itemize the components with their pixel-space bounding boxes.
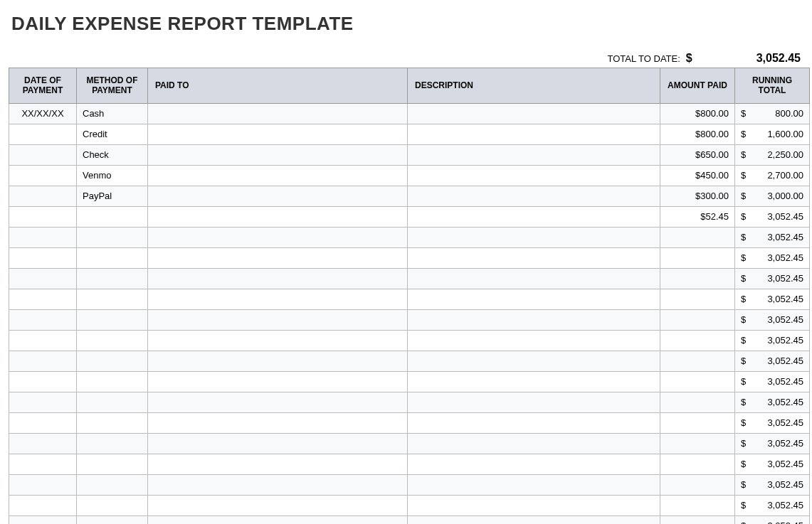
cell-amount[interactable]: $650.00 [660, 144, 735, 165]
cell-amount[interactable]: $300.00 [660, 186, 735, 206]
cell-date[interactable] [9, 268, 77, 289]
cell-date[interactable] [9, 392, 77, 412]
cell-amount[interactable] [660, 289, 735, 309]
cell-method[interactable] [77, 412, 148, 433]
cell-method[interactable] [77, 392, 148, 412]
cell-method[interactable] [77, 268, 148, 289]
cell-paid-to[interactable] [148, 268, 408, 289]
cell-paid-to[interactable] [148, 515, 408, 524]
cell-amount[interactable] [660, 268, 735, 289]
cell-amount[interactable]: $450.00 [660, 165, 735, 186]
cell-paid-to[interactable] [148, 371, 408, 392]
cell-date[interactable] [9, 454, 77, 474]
cell-description[interactable] [408, 268, 660, 289]
cell-method[interactable] [77, 371, 148, 392]
cell-date[interactable]: XX/XX/XX [9, 103, 77, 124]
cell-description[interactable] [408, 247, 660, 268]
cell-paid-to[interactable] [148, 351, 408, 371]
cell-description[interactable] [408, 330, 660, 351]
cell-amount[interactable] [660, 454, 735, 474]
cell-description[interactable] [408, 515, 660, 524]
cell-date[interactable] [9, 433, 77, 454]
cell-date[interactable] [9, 186, 77, 206]
cell-paid-to[interactable] [148, 433, 408, 454]
cell-paid-to[interactable] [148, 474, 408, 495]
cell-method[interactable] [77, 433, 148, 454]
cell-paid-to[interactable] [148, 247, 408, 268]
cell-description[interactable] [408, 186, 660, 206]
cell-method[interactable] [77, 474, 148, 495]
cell-method[interactable] [77, 351, 148, 371]
cell-amount[interactable] [660, 247, 735, 268]
cell-paid-to[interactable] [148, 186, 408, 206]
cell-amount[interactable] [660, 495, 735, 515]
cell-method[interactable] [77, 515, 148, 524]
cell-description[interactable] [408, 165, 660, 186]
cell-description[interactable] [408, 371, 660, 392]
cell-date[interactable] [9, 495, 77, 515]
cell-method[interactable]: Venmo [77, 165, 148, 186]
cell-description[interactable] [408, 227, 660, 247]
cell-paid-to[interactable] [148, 227, 408, 247]
cell-paid-to[interactable] [148, 392, 408, 412]
cell-method[interactable] [77, 247, 148, 268]
cell-amount[interactable] [660, 351, 735, 371]
cell-date[interactable] [9, 371, 77, 392]
cell-method[interactable] [77, 330, 148, 351]
cell-paid-to[interactable] [148, 289, 408, 309]
cell-amount[interactable]: $800.00 [660, 124, 735, 144]
cell-description[interactable] [408, 392, 660, 412]
cell-amount[interactable] [660, 371, 735, 392]
cell-method[interactable] [77, 309, 148, 330]
cell-method[interactable] [77, 454, 148, 474]
cell-paid-to[interactable] [148, 144, 408, 165]
cell-method[interactable]: Credit [77, 124, 148, 144]
cell-amount[interactable] [660, 330, 735, 351]
cell-date[interactable] [9, 289, 77, 309]
cell-date[interactable] [9, 351, 77, 371]
cell-paid-to[interactable] [148, 412, 408, 433]
cell-method[interactable]: Check [77, 144, 148, 165]
cell-date[interactable] [9, 309, 77, 330]
cell-date[interactable] [9, 124, 77, 144]
cell-description[interactable] [408, 289, 660, 309]
cell-description[interactable] [408, 474, 660, 495]
cell-paid-to[interactable] [148, 309, 408, 330]
cell-date[interactable] [9, 144, 77, 165]
cell-amount[interactable] [660, 474, 735, 495]
cell-method[interactable] [77, 206, 148, 227]
cell-description[interactable] [408, 433, 660, 454]
cell-description[interactable] [408, 351, 660, 371]
cell-date[interactable] [9, 515, 77, 524]
cell-date[interactable] [9, 206, 77, 227]
cell-description[interactable] [408, 206, 660, 227]
cell-date[interactable] [9, 227, 77, 247]
cell-paid-to[interactable] [148, 454, 408, 474]
cell-paid-to[interactable] [148, 330, 408, 351]
cell-description[interactable] [408, 309, 660, 330]
cell-description[interactable] [408, 454, 660, 474]
cell-amount[interactable] [660, 515, 735, 524]
cell-paid-to[interactable] [148, 103, 408, 124]
cell-date[interactable] [9, 330, 77, 351]
cell-amount[interactable] [660, 309, 735, 330]
cell-amount[interactable]: $52.45 [660, 206, 735, 227]
cell-amount[interactable]: $800.00 [660, 103, 735, 124]
cell-date[interactable] [9, 474, 77, 495]
cell-date[interactable] [9, 247, 77, 268]
cell-date[interactable] [9, 165, 77, 186]
cell-description[interactable] [408, 495, 660, 515]
cell-description[interactable] [408, 124, 660, 144]
cell-amount[interactable] [660, 433, 735, 454]
cell-amount[interactable] [660, 392, 735, 412]
cell-method[interactable]: Cash [77, 103, 148, 124]
cell-description[interactable] [408, 103, 660, 124]
cell-method[interactable] [77, 289, 148, 309]
cell-date[interactable] [9, 412, 77, 433]
cell-method[interactable] [77, 227, 148, 247]
cell-amount[interactable] [660, 227, 735, 247]
cell-amount[interactable] [660, 412, 735, 433]
cell-paid-to[interactable] [148, 206, 408, 227]
cell-paid-to[interactable] [148, 124, 408, 144]
cell-description[interactable] [408, 412, 660, 433]
